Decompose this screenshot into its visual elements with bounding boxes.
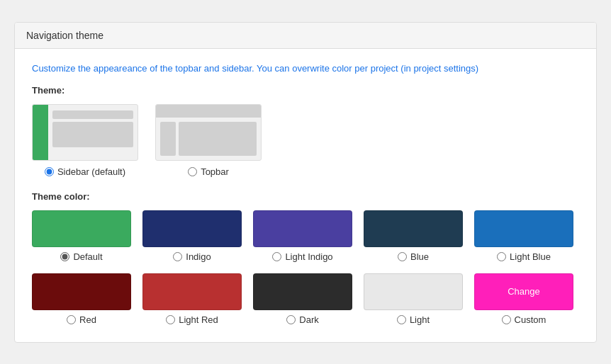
color-label-light-red[interactable]: Light Red — [166, 314, 218, 325]
color-label-default[interactable]: Default — [60, 251, 102, 262]
color-swatch-default — [32, 210, 131, 247]
sidebar-radio-label[interactable]: Sidebar (default) — [45, 166, 125, 177]
theme-section-label: Theme: — [32, 85, 579, 96]
color-option-light: Light — [364, 273, 463, 325]
color-option-light-indigo: Light Indigo — [253, 210, 352, 262]
color-radio-light[interactable] — [397, 315, 406, 324]
preview-topbar-body — [156, 118, 261, 160]
color-option-indigo: Indigo — [142, 210, 242, 262]
color-option-red: Red — [32, 273, 131, 325]
color-label-blue[interactable]: Blue — [398, 251, 429, 262]
color-label-light-indigo[interactable]: Light Indigo — [272, 251, 332, 262]
color-radio-red[interactable] — [67, 315, 76, 324]
navigation-theme-card: Navigation theme Customize the appearean… — [14, 22, 597, 343]
theme-option-sidebar: Sidebar (default) — [32, 104, 138, 177]
sidebar-radio[interactable] — [45, 167, 54, 176]
color-radio-indigo[interactable] — [173, 252, 182, 261]
theme-color-label: Theme color: — [32, 191, 579, 202]
color-text-light-indigo: Light Indigo — [285, 251, 332, 262]
color-radio-blue[interactable] — [398, 252, 407, 261]
color-radio-dark[interactable] — [286, 315, 296, 324]
preview-content-block — [52, 122, 133, 147]
color-radio-light-blue[interactable] — [497, 252, 506, 261]
color-label-indigo[interactable]: Indigo — [173, 251, 211, 262]
color-radio-light-indigo[interactable] — [272, 252, 281, 261]
color-option-light-red: Light Red — [142, 273, 242, 325]
topbar-radio[interactable] — [188, 167, 197, 176]
color-option-light-blue: Light Blue — [474, 210, 573, 262]
color-grid: Default Indigo Light Indigo — [32, 210, 579, 325]
color-label-custom[interactable]: Custom — [502, 314, 546, 325]
color-option-blue: Blue — [364, 210, 463, 262]
preview-topbar-line — [52, 110, 133, 119]
color-radio-light-red[interactable] — [166, 315, 175, 324]
theme-options: Sidebar (default) Topbar — [32, 104, 579, 177]
color-swatch-dark — [253, 273, 352, 310]
color-swatch-light-indigo — [253, 210, 352, 247]
sidebar-label: Sidebar (default) — [57, 166, 125, 177]
color-swatch-red — [32, 273, 131, 310]
theme-option-topbar: Topbar — [155, 104, 262, 177]
change-color-button[interactable]: Change — [475, 274, 573, 309]
color-text-light: Light — [410, 314, 430, 325]
preview-sidebar-content — [48, 105, 138, 160]
color-text-default: Default — [73, 251, 102, 262]
card-body: Customize the appeareance of the topbar … — [15, 49, 596, 342]
topbar-radio-label[interactable]: Topbar — [188, 166, 229, 177]
color-text-light-red: Light Red — [179, 314, 218, 325]
color-swatch-light — [364, 273, 463, 310]
color-option-dark: Dark — [253, 273, 352, 325]
preview-topbar-bar — [156, 105, 261, 118]
color-row-1: Default Indigo Light Indigo — [32, 210, 579, 262]
color-option-default: Default — [32, 210, 131, 262]
color-option-custom: Change Custom — [474, 273, 573, 325]
description-text: Customize the appeareance of the topbar … — [32, 63, 579, 74]
color-radio-custom[interactable] — [502, 315, 511, 324]
card-header: Navigation theme — [15, 23, 596, 49]
color-text-dark: Dark — [299, 314, 318, 325]
color-text-indigo: Indigo — [186, 251, 211, 262]
color-swatch-custom[interactable]: Change — [474, 273, 573, 310]
preview-topbar-sidebar — [160, 122, 176, 156]
topbar-label: Topbar — [201, 166, 229, 177]
color-swatch-blue — [364, 210, 463, 247]
color-text-blue: Blue — [410, 251, 429, 262]
preview-topbar-main — [179, 122, 257, 156]
color-label-red[interactable]: Red — [67, 314, 96, 325]
preview-sidebar-bar — [33, 105, 48, 160]
topbar-preview — [155, 104, 262, 161]
color-swatch-light-red — [142, 273, 242, 310]
color-label-dark[interactable]: Dark — [286, 314, 318, 325]
color-swatch-light-blue — [474, 210, 573, 247]
color-text-custom: Custom — [515, 314, 546, 325]
color-radio-default[interactable] — [60, 252, 69, 261]
color-swatch-indigo — [142, 210, 242, 247]
color-text-light-blue: Light Blue — [510, 251, 551, 262]
color-row-2: Red Light Red Dark — [32, 273, 579, 325]
card-title: Navigation theme — [26, 30, 103, 41]
color-text-red: Red — [79, 314, 96, 325]
color-label-light-blue[interactable]: Light Blue — [497, 251, 551, 262]
sidebar-preview — [32, 104, 138, 161]
color-label-light[interactable]: Light — [397, 314, 430, 325]
